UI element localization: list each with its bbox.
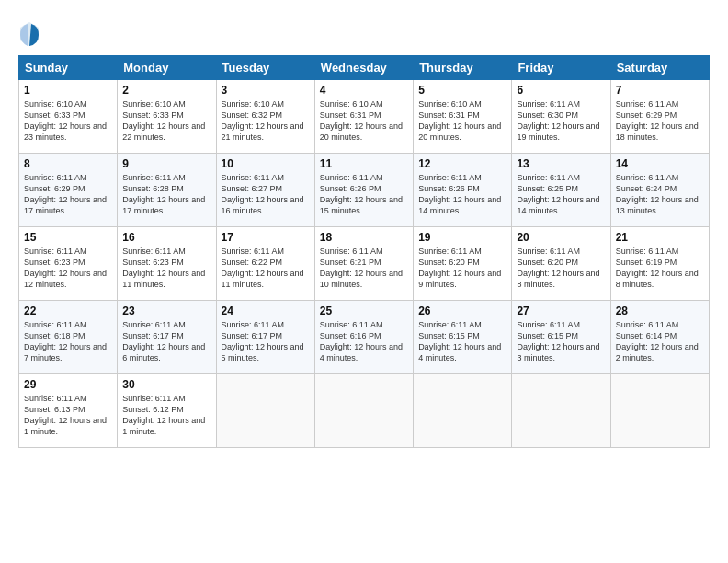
cell-content: Sunrise: 6:11 AMSunset: 6:23 PMDaylight:… bbox=[122, 246, 210, 291]
day-header-friday: Friday bbox=[512, 56, 610, 80]
calendar-cell: 16Sunrise: 6:11 AMSunset: 6:23 PMDayligh… bbox=[118, 227, 216, 301]
cell-content: Sunrise: 6:10 AMSunset: 6:32 PMDaylight:… bbox=[222, 98, 310, 144]
calendar-cell: 30Sunrise: 6:11 AMSunset: 6:12 PMDayligh… bbox=[118, 374, 216, 448]
calendar-cell: 28Sunrise: 6:11 AMSunset: 6:14 PMDayligh… bbox=[610, 301, 709, 374]
cell-content: Sunrise: 6:11 AMSunset: 6:15 PMDaylight:… bbox=[517, 319, 605, 364]
day-number: 12 bbox=[418, 157, 506, 170]
day-number: 29 bbox=[24, 378, 112, 391]
day-number: 14 bbox=[616, 157, 704, 170]
cell-content: Sunrise: 6:11 AMSunset: 6:19 PMDaylight:… bbox=[616, 246, 704, 291]
day-number: 30 bbox=[122, 378, 210, 391]
calendar-cell: 13Sunrise: 6:11 AMSunset: 6:25 PMDayligh… bbox=[512, 154, 610, 227]
calendar-cell: 3Sunrise: 6:10 AMSunset: 6:32 PMDaylight… bbox=[216, 80, 314, 154]
day-number: 28 bbox=[616, 304, 704, 317]
cell-content: Sunrise: 6:11 AMSunset: 6:23 PMDaylight:… bbox=[24, 246, 112, 291]
day-number: 7 bbox=[616, 84, 704, 97]
calendar-cell: 6Sunrise: 6:11 AMSunset: 6:30 PMDaylight… bbox=[512, 80, 610, 154]
cell-content: Sunrise: 6:10 AMSunset: 6:31 PMDaylight:… bbox=[320, 98, 408, 144]
cell-content: Sunrise: 6:11 AMSunset: 6:26 PMDaylight:… bbox=[320, 172, 408, 217]
cell-content: Sunrise: 6:11 AMSunset: 6:13 PMDaylight:… bbox=[24, 393, 112, 438]
cell-content: Sunrise: 6:11 AMSunset: 6:29 PMDaylight:… bbox=[616, 98, 704, 144]
cell-content: Sunrise: 6:11 AMSunset: 6:18 PMDaylight:… bbox=[24, 319, 112, 364]
calendar-cell: 24Sunrise: 6:11 AMSunset: 6:17 PMDayligh… bbox=[216, 301, 314, 374]
day-number: 4 bbox=[320, 84, 408, 97]
calendar-cell: 7Sunrise: 6:11 AMSunset: 6:29 PMDaylight… bbox=[610, 80, 709, 154]
calendar-week-5: 29Sunrise: 6:11 AMSunset: 6:13 PMDayligh… bbox=[19, 374, 710, 448]
cell-content: Sunrise: 6:11 AMSunset: 6:17 PMDaylight:… bbox=[222, 319, 310, 364]
cell-content: Sunrise: 6:11 AMSunset: 6:24 PMDaylight:… bbox=[616, 172, 704, 217]
day-number: 17 bbox=[222, 231, 310, 244]
day-header-sunday: Sunday bbox=[19, 56, 118, 80]
calendar-cell: 20Sunrise: 6:11 AMSunset: 6:20 PMDayligh… bbox=[512, 227, 610, 301]
calendar-cell: 23Sunrise: 6:11 AMSunset: 6:17 PMDayligh… bbox=[118, 301, 216, 374]
calendar-cell: 18Sunrise: 6:11 AMSunset: 6:21 PMDayligh… bbox=[314, 227, 413, 301]
day-number: 1 bbox=[24, 84, 112, 97]
cell-content: Sunrise: 6:11 AMSunset: 6:15 PMDaylight:… bbox=[418, 319, 506, 364]
cell-content: Sunrise: 6:11 AMSunset: 6:20 PMDaylight:… bbox=[517, 246, 605, 291]
day-number: 20 bbox=[517, 231, 605, 244]
day-number: 16 bbox=[122, 231, 210, 244]
day-number: 18 bbox=[320, 231, 408, 244]
calendar-cell: 1Sunrise: 6:10 AMSunset: 6:33 PMDaylight… bbox=[19, 80, 118, 154]
cell-content: Sunrise: 6:11 AMSunset: 6:22 PMDaylight:… bbox=[222, 246, 310, 291]
calendar-cell bbox=[414, 374, 512, 448]
cell-content: Sunrise: 6:11 AMSunset: 6:14 PMDaylight:… bbox=[616, 319, 704, 364]
calendar-cell bbox=[216, 374, 314, 448]
calendar-cell: 8Sunrise: 6:11 AMSunset: 6:29 PMDaylight… bbox=[19, 154, 118, 227]
day-header-monday: Monday bbox=[118, 56, 216, 80]
cell-content: Sunrise: 6:10 AMSunset: 6:33 PMDaylight:… bbox=[122, 98, 210, 144]
cell-content: Sunrise: 6:11 AMSunset: 6:25 PMDaylight:… bbox=[517, 172, 605, 217]
day-number: 5 bbox=[418, 84, 506, 97]
calendar-cell: 10Sunrise: 6:11 AMSunset: 6:27 PMDayligh… bbox=[216, 154, 314, 227]
day-header-thursday: Thursday bbox=[414, 56, 512, 80]
calendar-cell: 12Sunrise: 6:11 AMSunset: 6:26 PMDayligh… bbox=[414, 154, 512, 227]
calendar-cell: 5Sunrise: 6:10 AMSunset: 6:31 PMDaylight… bbox=[414, 80, 512, 154]
day-number: 27 bbox=[517, 304, 605, 317]
day-header-saturday: Saturday bbox=[610, 56, 709, 80]
day-number: 8 bbox=[24, 157, 112, 170]
cell-content: Sunrise: 6:11 AMSunset: 6:27 PMDaylight:… bbox=[222, 172, 310, 217]
calendar-cell bbox=[314, 374, 413, 448]
calendar-cell: 27Sunrise: 6:11 AMSunset: 6:15 PMDayligh… bbox=[512, 301, 610, 374]
calendar-cell bbox=[610, 374, 709, 448]
calendar-week-1: 1Sunrise: 6:10 AMSunset: 6:33 PMDaylight… bbox=[19, 80, 710, 154]
calendar-page: SundayMondayTuesdayWednesdayThursdayFrid… bbox=[0, 0, 728, 563]
calendar-cell: 26Sunrise: 6:11 AMSunset: 6:15 PMDayligh… bbox=[414, 301, 512, 374]
day-number: 25 bbox=[320, 304, 408, 317]
day-number: 15 bbox=[24, 231, 112, 244]
header bbox=[18, 17, 710, 48]
day-header-wednesday: Wednesday bbox=[314, 56, 413, 80]
day-number: 13 bbox=[517, 157, 605, 170]
calendar-header-row: SundayMondayTuesdayWednesdayThursdayFrid… bbox=[19, 56, 710, 80]
day-number: 3 bbox=[222, 84, 310, 97]
calendar-cell: 11Sunrise: 6:11 AMSunset: 6:26 PMDayligh… bbox=[314, 154, 413, 227]
day-number: 24 bbox=[222, 304, 310, 317]
calendar-cell: 4Sunrise: 6:10 AMSunset: 6:31 PMDaylight… bbox=[314, 80, 413, 154]
calendar-week-4: 22Sunrise: 6:11 AMSunset: 6:18 PMDayligh… bbox=[19, 301, 710, 374]
day-number: 26 bbox=[418, 304, 506, 317]
day-number: 22 bbox=[24, 304, 112, 317]
cell-content: Sunrise: 6:10 AMSunset: 6:33 PMDaylight:… bbox=[24, 98, 112, 144]
cell-content: Sunrise: 6:11 AMSunset: 6:29 PMDaylight:… bbox=[24, 172, 112, 217]
cell-content: Sunrise: 6:11 AMSunset: 6:26 PMDaylight:… bbox=[418, 172, 506, 217]
calendar-cell: 2Sunrise: 6:10 AMSunset: 6:33 PMDaylight… bbox=[118, 80, 216, 154]
calendar-cell: 21Sunrise: 6:11 AMSunset: 6:19 PMDayligh… bbox=[610, 227, 709, 301]
calendar-cell: 25Sunrise: 6:11 AMSunset: 6:16 PMDayligh… bbox=[314, 301, 413, 374]
day-number: 10 bbox=[222, 157, 310, 170]
calendar-cell: 29Sunrise: 6:11 AMSunset: 6:13 PMDayligh… bbox=[19, 374, 118, 448]
calendar-cell: 9Sunrise: 6:11 AMSunset: 6:28 PMDaylight… bbox=[118, 154, 216, 227]
cell-content: Sunrise: 6:11 AMSunset: 6:28 PMDaylight:… bbox=[122, 172, 210, 217]
cell-content: Sunrise: 6:11 AMSunset: 6:12 PMDaylight:… bbox=[122, 393, 210, 438]
cell-content: Sunrise: 6:11 AMSunset: 6:30 PMDaylight:… bbox=[517, 98, 605, 144]
cell-content: Sunrise: 6:11 AMSunset: 6:16 PMDaylight:… bbox=[320, 319, 408, 364]
calendar-cell: 15Sunrise: 6:11 AMSunset: 6:23 PMDayligh… bbox=[19, 227, 118, 301]
cell-content: Sunrise: 6:11 AMSunset: 6:20 PMDaylight:… bbox=[418, 246, 506, 291]
calendar-cell: 19Sunrise: 6:11 AMSunset: 6:20 PMDayligh… bbox=[414, 227, 512, 301]
logo bbox=[18, 20, 44, 48]
day-header-tuesday: Tuesday bbox=[216, 56, 314, 80]
day-number: 2 bbox=[122, 84, 210, 97]
logo-icon bbox=[18, 20, 40, 48]
day-number: 19 bbox=[418, 231, 506, 244]
calendar-body: 1Sunrise: 6:10 AMSunset: 6:33 PMDaylight… bbox=[19, 80, 710, 448]
calendar-week-2: 8Sunrise: 6:11 AMSunset: 6:29 PMDaylight… bbox=[19, 154, 710, 227]
